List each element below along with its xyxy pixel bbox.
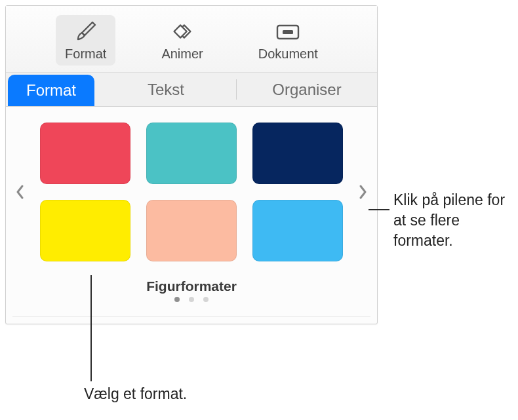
styles-caption: Figurformater: [6, 267, 377, 297]
pager: [6, 297, 377, 316]
toolbar-format-label: Format: [65, 47, 106, 62]
subtab-organize[interactable]: Organiser: [237, 73, 377, 106]
toolbar-format-button[interactable]: Format: [56, 15, 115, 66]
toolbar-document-label: Dokument: [258, 47, 318, 62]
callout-choose: Vælg et format.: [84, 384, 187, 404]
style-swatch-4[interactable]: [40, 200, 130, 261]
subtab-format-label: Format: [26, 81, 76, 100]
diamonds-icon: [168, 19, 197, 44]
chevron-left-icon[interactable]: [9, 133, 32, 251]
top-toolbar: Format Animer Dokument: [6, 6, 377, 73]
divider: [12, 316, 370, 317]
toolbar-animate-button[interactable]: Animer: [152, 15, 212, 66]
style-swatch-2[interactable]: [146, 123, 237, 184]
subtab-organize-label: Organiser: [272, 81, 341, 99]
callout-arrows: Klik på pilene for at se flere formater.: [393, 190, 511, 251]
style-swatch-3[interactable]: [252, 123, 343, 184]
subtabs: Format Tekst Organiser: [6, 73, 377, 107]
callout-line: [90, 275, 92, 381]
swatch-grid: [32, 123, 351, 261]
svg-rect-1: [283, 30, 293, 34]
paintbrush-icon: [71, 19, 100, 44]
style-swatch-1[interactable]: [40, 123, 130, 184]
subtab-text[interactable]: Tekst: [96, 73, 236, 106]
slide-icon: [273, 19, 302, 44]
callout-line: [369, 209, 389, 210]
style-swatch-5[interactable]: [146, 200, 237, 261]
style-swatch-6[interactable]: [252, 200, 343, 261]
chevron-right-icon[interactable]: [351, 133, 374, 251]
subtab-text-label: Tekst: [148, 81, 184, 99]
inspector-panel: Format Animer Dokument Format: [5, 5, 378, 324]
pager-dot-2[interactable]: [189, 297, 194, 302]
pager-dot-1[interactable]: [174, 297, 180, 302]
styles-area: [6, 107, 377, 267]
toolbar-document-button[interactable]: Dokument: [249, 15, 327, 66]
toolbar-animate-label: Animer: [161, 47, 203, 62]
subtab-format[interactable]: Format: [8, 75, 94, 106]
pager-dot-3[interactable]: [203, 297, 209, 302]
